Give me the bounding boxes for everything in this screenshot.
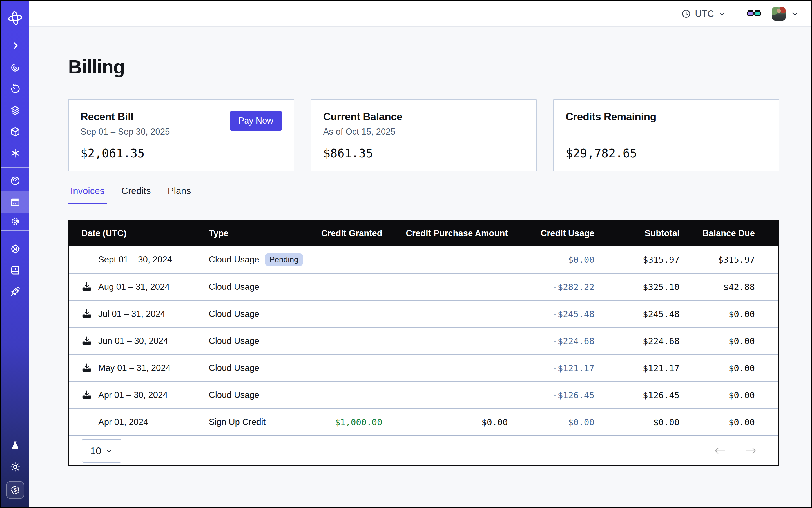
column-header: Subtotal: [607, 228, 692, 239]
billing-tabs: Invoices Credits Plans: [68, 185, 779, 204]
page-title: Billing: [68, 56, 779, 78]
sidebar-divider: [1, 230, 29, 231]
invoice-type: Sign Up Credit: [209, 417, 266, 427]
download-invoice-icon[interactable]: [81, 363, 92, 373]
balance-due-value: $315.97: [692, 255, 778, 265]
credit-usage-value: $0.00: [520, 417, 607, 427]
chevron-down-icon: [718, 10, 726, 18]
layers-icon[interactable]: [9, 105, 21, 116]
timer-icon[interactable]: [9, 83, 21, 95]
credit-usage-value: $0.00: [520, 255, 607, 265]
gear-icon[interactable]: [9, 216, 21, 227]
timezone-label: UTC: [695, 8, 714, 19]
tab-invoices[interactable]: Invoices: [68, 185, 107, 204]
book-sparkle-icon[interactable]: [9, 265, 21, 276]
sun-icon[interactable]: [9, 461, 21, 472]
app-window: $ UTC: [0, 0, 812, 508]
timezone-selector[interactable]: UTC: [681, 8, 726, 19]
table-row: Jun 01 – 30, 2024Cloud Usage-$224.68$224…: [69, 327, 778, 354]
credit-usage-value: -$245.48: [520, 309, 607, 319]
download-invoice-icon[interactable]: [81, 336, 92, 346]
spiral-eye-icon[interactable]: [9, 62, 21, 73]
chevron-right-icon[interactable]: [9, 40, 21, 51]
invoices-table: Date (UTC)TypeCredit GrantedCredit Purch…: [68, 220, 779, 466]
svg-text:$: $: [13, 487, 17, 493]
card-amount: $861.35: [323, 146, 524, 160]
invoice-type: Cloud Usage: [209, 336, 259, 346]
column-header: Credit Purchase Amount: [395, 228, 520, 239]
ship-wheel-icon[interactable]: [9, 243, 21, 255]
download-invoice-icon[interactable]: [81, 390, 92, 400]
table-row: May 01 – 31, 2024Cloud Usage-$121.17$121…: [69, 354, 778, 381]
subtotal-value: $245.48: [607, 309, 692, 319]
credits-dollar-button[interactable]: $: [6, 481, 24, 499]
tab-plans[interactable]: Plans: [166, 185, 194, 204]
table-row: Apr 01, 2024Sign Up Credit$1,000.00$0.00…: [69, 408, 778, 435]
sidebar: $: [1, 1, 29, 507]
balance-due-value: $0.00: [692, 363, 778, 373]
summary-cards: Recent Bill Sep 01 – Sep 30, 2025 $2,061…: [68, 99, 779, 171]
sidebar-item-billing[interactable]: [1, 192, 29, 213]
chevron-down-icon: [105, 447, 113, 455]
invoice-type: Cloud Usage: [209, 255, 259, 265]
download-invoice-icon[interactable]: [81, 309, 92, 319]
card-title: Current Balance: [323, 111, 524, 123]
subtotal-value: $121.17: [607, 363, 692, 373]
flask-icon[interactable]: [9, 440, 21, 451]
next-page-button[interactable]: [745, 446, 757, 456]
credit-usage-value: -$224.68: [520, 336, 607, 346]
column-header: Type: [196, 228, 317, 239]
invoice-type: Cloud Usage: [209, 282, 259, 292]
credit-usage-value: -$282.22: [520, 282, 607, 292]
credit-purchase-value: $0.00: [395, 417, 520, 427]
subtotal-value: $224.68: [607, 336, 692, 346]
pagination: 10: [69, 435, 778, 465]
column-header: Credit Usage: [520, 228, 607, 239]
column-header: Credit Granted: [317, 228, 395, 239]
card-amount: $2,061.35: [81, 146, 282, 160]
tab-credits[interactable]: Credits: [119, 185, 153, 204]
table-row: Apr 01 – 30, 2024Cloud Usage-$126.45$126…: [69, 381, 778, 408]
prev-page-button[interactable]: [714, 446, 726, 456]
balance-due-value: $0.00: [692, 390, 778, 400]
sidebar-divider: [1, 167, 29, 168]
credit-usage-value: -$126.45: [520, 390, 607, 400]
invoice-date: Aug 01 – 31, 2024: [98, 282, 170, 292]
download-invoice-icon[interactable]: [81, 282, 92, 292]
billing-page: Billing Recent Bill Sep 01 – Sep 30, 202…: [29, 27, 811, 466]
chevron-down-icon[interactable]: [790, 9, 799, 18]
rocket-icon[interactable]: [9, 286, 21, 297]
gauge-icon[interactable]: [9, 175, 21, 186]
balance-due-value: $0.00: [692, 336, 778, 346]
card-subtitle: As of Oct 15, 2025: [323, 127, 524, 137]
column-header: Date (UTC): [69, 228, 196, 239]
invoice-type: Cloud Usage: [209, 390, 259, 400]
avatar[interactable]: [772, 7, 785, 20]
current-balance-card: Current Balance As of Oct 15, 2025 $861.…: [311, 99, 537, 171]
subtotal-value: $315.97: [607, 255, 692, 265]
table-row: Jul 01 – 31, 2024Cloud Usage-$245.48$245…: [69, 300, 778, 327]
page-size-select[interactable]: 10: [82, 439, 121, 463]
invoice-date: Jul 01 – 31, 2024: [98, 309, 165, 319]
invoice-date: May 01 – 31, 2024: [98, 363, 171, 373]
balance-due-value: $42.88: [692, 282, 778, 292]
table-row: Sept 01 – 30, 2024Cloud UsagePending$0.0…: [69, 246, 778, 273]
invoice-date: Apr 01, 2024: [98, 417, 148, 427]
table-header-row: Date (UTC)TypeCredit GrantedCredit Purch…: [69, 221, 778, 246]
table-body: Sept 01 – 30, 2024Cloud UsagePending$0.0…: [69, 246, 778, 435]
invoice-date: Sept 01 – 30, 2024: [98, 255, 172, 265]
glasses-icon[interactable]: [747, 9, 761, 18]
card-title: Credits Remaining: [566, 111, 767, 123]
balance-due-value: $0.00: [692, 309, 778, 319]
credits-remaining-card: Credits Remaining $29,782.65: [553, 99, 779, 171]
credit-usage-value: -$121.17: [520, 363, 607, 373]
subtotal-value: $0.00: [607, 417, 692, 427]
balance-due-value: $0.00: [692, 417, 778, 427]
recent-bill-card: Recent Bill Sep 01 – Sep 30, 2025 $2,061…: [68, 99, 294, 171]
asterisk-icon[interactable]: [9, 147, 21, 159]
cube-icon[interactable]: [9, 126, 21, 137]
card-amount: $29,782.65: [566, 146, 767, 160]
orbit-logo[interactable]: [7, 9, 24, 27]
pay-now-button[interactable]: Pay Now: [230, 111, 282, 131]
dollar-badge-icon: $: [9, 484, 21, 496]
